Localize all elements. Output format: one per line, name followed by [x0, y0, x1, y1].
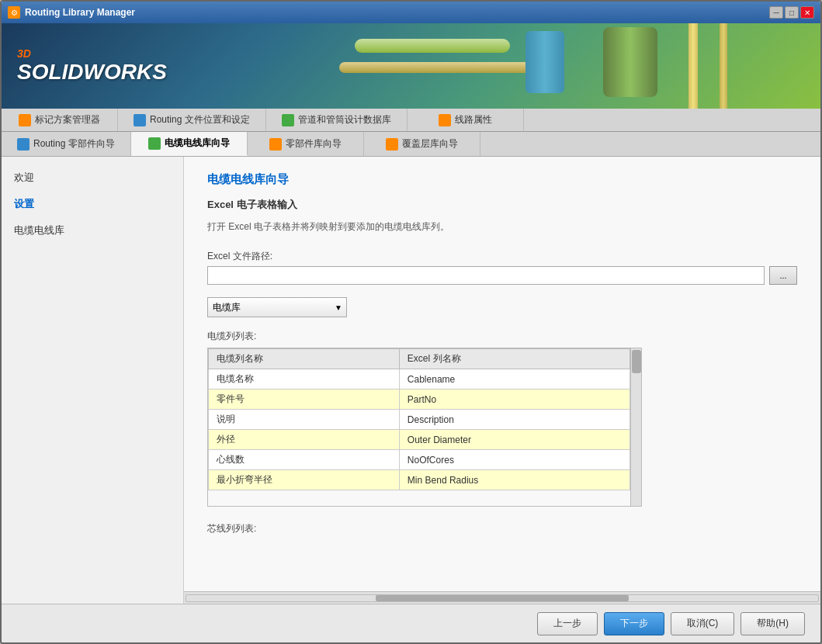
- deco-beam2: [720, 23, 727, 109]
- logo-solidworks: SOLIDWORKS: [17, 60, 167, 85]
- cable-list-label: 电缆列列表:: [207, 330, 797, 343]
- tab-parts-lib[interactable]: 零部件库向导: [248, 132, 364, 156]
- tab-routing-files-label: Routing 文件位置和设定: [150, 113, 250, 126]
- cancel-button[interactable]: 取消(C): [671, 612, 735, 635]
- browse-button[interactable]: ...: [769, 266, 797, 285]
- tab-row-1: 标记方案管理器 Routing 文件位置和设定 管道和管筒设计数据库 线路属性: [2, 109, 820, 132]
- deco-tank: [603, 27, 657, 97]
- table-row[interactable]: 外径Outer Diameter: [209, 430, 630, 450]
- minimize-button[interactable]: ─: [769, 6, 783, 19]
- tab-wire-props[interactable]: 线路属性: [408, 109, 524, 131]
- table-scrollbar-thumb: [632, 350, 641, 373]
- window-controls: ─ □ ✕: [769, 6, 814, 19]
- col-header-excel-name: Excel 列名称: [399, 349, 630, 369]
- cell-excel-col-1: PartNo: [399, 390, 630, 410]
- cell-cable-col-5: 最小折弯半径: [209, 470, 400, 490]
- tab-piping-db[interactable]: 管道和管筒设计数据库: [266, 109, 408, 131]
- main-window: ⚙ Routing Library Manager ─ □ ✕ 3D SOLID…: [0, 0, 822, 644]
- cell-cable-col-4: 心线数: [209, 450, 400, 470]
- bottom-scrollbar-thumb: [376, 595, 629, 601]
- bottom-scrollbar[interactable]: [184, 591, 820, 604]
- table-scrollbar[interactable]: [630, 348, 641, 506]
- deco-valve: [432, 47, 456, 70]
- tab-routing-files-icon: [134, 114, 146, 126]
- table-header-row: 电缆列名称 Excel 列名称: [209, 349, 630, 369]
- tab-cable-lib-icon: [148, 137, 161, 150]
- excel-path-input[interactable]: [207, 266, 765, 285]
- sidebar-settings-label: 设置: [14, 198, 34, 209]
- excel-path-label: Excel 文件路径:: [207, 250, 797, 263]
- table-row[interactable]: 最小折弯半径Min Bend Radius: [209, 470, 630, 490]
- prev-button[interactable]: 上一步: [537, 612, 598, 635]
- deco-beam1: [688, 23, 698, 109]
- hero-banner: 3D SOLIDWORKS: [2, 23, 820, 109]
- cell-excel-col-4: NoOfCores: [399, 450, 630, 470]
- table-row[interactable]: 说明Description: [209, 410, 630, 430]
- footer: 上一步 下一步 取消(C) 帮助(H): [2, 604, 820, 642]
- tab-routing-files[interactable]: Routing 文件位置和设定: [118, 109, 266, 131]
- help-button[interactable]: 帮助(H): [740, 612, 805, 635]
- cable-table: 电缆列名称 Excel 列名称 电缆名称Cablename零件号PartNo说明…: [208, 348, 630, 490]
- sidebar-item-cable-lib[interactable]: 电缆电线库: [2, 217, 183, 244]
- main-content: 欢迎 设置 电缆电线库 电缆电线库向导 Excel 电子表格输入 打开 Exce…: [2, 157, 820, 604]
- file-input-row: ...: [207, 266, 797, 285]
- hero-machinery: [277, 23, 820, 109]
- subsection-title: Excel 电子表格输入: [207, 198, 797, 212]
- logo-3ds: 3D: [17, 47, 31, 60]
- sidebar-item-settings[interactable]: 设置: [2, 191, 183, 217]
- sidebar-item-welcome[interactable]: 欢迎: [2, 164, 183, 191]
- tab-wire-props-label: 线路属性: [455, 113, 492, 126]
- library-type-dropdown[interactable]: 电缆库 电线库: [207, 297, 347, 317]
- logo-container: 3D SOLIDWORKS: [17, 47, 167, 85]
- sidebar-welcome-label: 欢迎: [14, 171, 34, 183]
- content-area: 电缆电线库向导 Excel 电子表格输入 打开 Excel 电子表格并将列映射到…: [184, 157, 820, 604]
- tab-parts-lib-icon: [269, 138, 282, 151]
- tab-row-2: Routing 零部件向导 电缆电线库向导 零部件库向导 覆盖层库向导: [2, 132, 820, 157]
- tab-coverage-icon: [386, 138, 398, 151]
- tab-coverage[interactable]: 覆盖层库向导: [364, 132, 480, 156]
- tab-cable-lib[interactable]: 电缆电线库向导: [131, 132, 248, 156]
- tab-wire-props-icon: [439, 114, 451, 126]
- cable-table-wrapper: 电缆列名称 Excel 列名称 电缆名称Cablename零件号PartNo说明…: [207, 348, 642, 507]
- sidebar: 欢迎 设置 电缆电线库: [2, 157, 184, 604]
- cell-excel-col-3: Outer Diameter: [399, 430, 630, 450]
- bottom-scrollbar-track: [186, 594, 819, 602]
- title-bar-left: ⚙ Routing Library Manager: [8, 6, 135, 19]
- cell-cable-col-2: 说明: [209, 410, 400, 430]
- description-text: 打开 Excel 电子表格并将列映射到要添加的电缆电线库列。: [207, 220, 797, 234]
- cell-excel-col-0: Cablename: [399, 369, 630, 390]
- core-list-label: 芯线列列表:: [207, 522, 797, 535]
- deco-cylinder: [525, 31, 564, 93]
- dropdown-row: 电缆库 电线库 ▼: [207, 297, 797, 317]
- col-header-cable-name: 电缆列名称: [209, 349, 400, 369]
- title-bar: ⚙ Routing Library Manager ─ □ ✕: [2, 2, 820, 23]
- close-button[interactable]: ✕: [800, 6, 814, 19]
- table-row[interactable]: 心线数NoOfCores: [209, 450, 630, 470]
- tab-cable-lib-label: 电缆电线库向导: [165, 137, 230, 150]
- tab-favorites-icon: [19, 114, 31, 126]
- tab-piping-db-label: 管道和管筒设计数据库: [298, 113, 391, 126]
- tab-piping-db-icon: [282, 114, 294, 126]
- tab-routing-parts[interactable]: Routing 零部件向导: [2, 132, 131, 156]
- tab-routing-parts-label: Routing 零部件向导: [33, 137, 115, 151]
- tab-favorites-label: 标记方案管理器: [35, 113, 100, 126]
- content-scroll[interactable]: 电缆电线库向导 Excel 电子表格输入 打开 Excel 电子表格并将列映射到…: [184, 157, 820, 591]
- sidebar-cable-lib-label: 电缆电线库: [14, 224, 64, 236]
- next-button[interactable]: 下一步: [604, 612, 664, 635]
- cell-cable-col-0: 电缆名称: [209, 369, 400, 390]
- table-row[interactable]: 电缆名称Cablename: [209, 369, 630, 390]
- tab-routing-parts-icon: [17, 138, 29, 151]
- dropdown-wrapper: 电缆库 电线库 ▼: [207, 297, 347, 317]
- maximize-button[interactable]: □: [785, 6, 799, 19]
- cell-cable-col-1: 零件号: [209, 390, 400, 410]
- section-title: 电缆电线库向导: [207, 172, 797, 187]
- table-row[interactable]: 零件号PartNo: [209, 390, 630, 410]
- tab-favorites[interactable]: 标记方案管理器: [2, 109, 118, 131]
- tab-coverage-label: 覆盖层库向导: [402, 137, 458, 151]
- tab-parts-lib-label: 零部件库向导: [286, 137, 342, 151]
- cell-excel-col-2: Description: [399, 410, 630, 430]
- deco-pipe1: [355, 39, 510, 53]
- app-icon: ⚙: [8, 6, 20, 19]
- cell-cable-col-3: 外径: [209, 430, 400, 450]
- cell-excel-col-5: Min Bend Radius: [399, 470, 630, 490]
